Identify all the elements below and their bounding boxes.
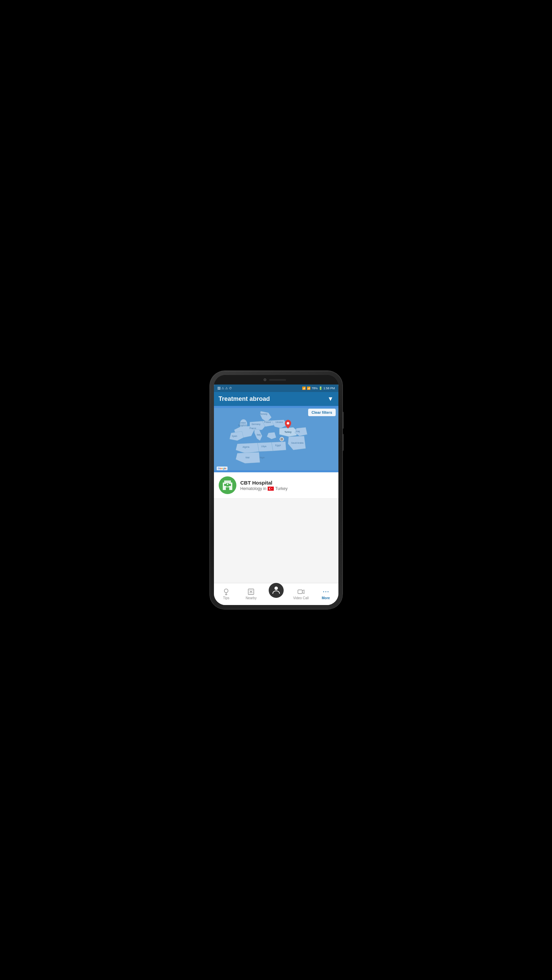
nav-item-nearby[interactable]: Nearby <box>239 588 263 600</box>
hospital-info: CBT Hospital Hematology in Turkey <box>241 480 288 491</box>
nav-item-doctor[interactable] <box>263 590 289 598</box>
bottom-nav: Tips Nearby <box>214 583 338 605</box>
warning-icon-2: ⚠ <box>225 387 228 390</box>
filter-icon[interactable]: ▼ <box>328 395 334 402</box>
nav-item-tips[interactable]: Tips <box>214 588 239 600</box>
svg-text:Germany: Germany <box>251 423 260 426</box>
svg-point-41 <box>328 591 328 592</box>
content-area <box>214 498 338 583</box>
tips-label: Tips <box>223 596 230 600</box>
time-display: 1:58 PM <box>324 387 335 390</box>
svg-point-19 <box>287 422 289 424</box>
svg-point-31 <box>270 488 271 489</box>
image-status-icon: 🖼 <box>217 387 220 390</box>
doctor-icon <box>271 585 281 595</box>
svg-text:Norway: Norway <box>260 413 267 415</box>
turkey-flag-icon <box>268 487 274 491</box>
specialty-text: Hematology in <box>241 486 266 491</box>
clear-filters-button[interactable]: Clear filters <box>308 409 336 416</box>
app-header: Treatment abroad ▼ <box>214 392 338 406</box>
signal-icon: 📶 <box>307 387 311 390</box>
video-call-icon <box>297 588 305 595</box>
svg-text:United: United <box>239 422 246 424</box>
svg-text:Mali: Mali <box>245 456 249 459</box>
clock-icon: ⏱ <box>229 387 232 390</box>
nearby-label: Nearby <box>246 596 257 600</box>
more-label: More <box>322 596 330 600</box>
tips-icon <box>222 588 230 595</box>
svg-point-40 <box>325 591 327 592</box>
svg-text:Poland: Poland <box>264 421 271 423</box>
svg-text:Algeria: Algeria <box>243 446 249 449</box>
status-bar: 🖼 ⚠ ⚠ ⏱ 📶 📶 78% 🔋 1:58 PM <box>214 385 338 392</box>
app-title: Treatment abroad <box>219 395 270 402</box>
status-right-icons: 📶 📶 78% 🔋 1:58 PM <box>302 387 335 390</box>
svg-text:Iraq: Iraq <box>296 430 300 433</box>
svg-text:Saudi Arabia: Saudi Arabia <box>291 442 304 444</box>
svg-text:France: France <box>249 427 256 430</box>
screen: 🖼 ⚠ ⚠ ⏱ 📶 📶 78% 🔋 1:58 PM Treatment abro… <box>214 385 338 605</box>
nearby-icon <box>247 588 255 595</box>
more-icon <box>322 588 330 595</box>
doctor-icon-container <box>269 583 284 598</box>
warning-icon-1: ⚠ <box>221 387 224 390</box>
hospital-specialty: Hematology in Turkey <box>241 486 288 491</box>
svg-rect-23 <box>229 484 231 486</box>
svg-text:Spain: Spain <box>232 435 237 438</box>
svg-text:Egypt: Egypt <box>275 444 281 447</box>
hospital-name: CBT Hospital <box>241 480 288 485</box>
svg-point-20 <box>279 437 283 441</box>
video-call-label: Video Call <box>293 596 308 600</box>
hospital-icon <box>221 479 234 492</box>
svg-point-37 <box>274 587 278 590</box>
wifi-icon: 📶 <box>302 387 306 390</box>
svg-rect-26 <box>227 484 228 485</box>
speaker <box>269 379 286 381</box>
svg-rect-27 <box>226 487 229 490</box>
svg-rect-38 <box>298 590 302 593</box>
phone-screen: 🖼 ⚠ ⚠ ⏱ 📶 📶 78% 🔋 1:58 PM Treatment abro… <box>214 375 338 605</box>
nav-item-video-call[interactable]: Video Call <box>289 588 313 600</box>
hospital-logo <box>219 476 236 494</box>
phone-top-hardware <box>214 375 338 385</box>
phone-device: 🖼 ⚠ ⚠ ⏱ 📶 📶 78% 🔋 1:58 PM Treatment abro… <box>210 371 343 609</box>
svg-point-36 <box>250 591 252 592</box>
google-logo: Google <box>217 466 228 470</box>
svg-point-39 <box>323 591 324 592</box>
battery-icon: 🔋 <box>319 387 322 390</box>
svg-rect-22 <box>224 484 226 486</box>
svg-text:Libya: Libya <box>261 445 266 448</box>
country-text: Turkey <box>275 486 287 491</box>
svg-point-34 <box>224 589 228 592</box>
svg-rect-28 <box>224 480 231 482</box>
svg-text:Turkey: Turkey <box>284 431 292 434</box>
svg-text:Niger: Niger <box>260 456 265 459</box>
map-area[interactable]: United Kingdom Norway France Spain Germa… <box>214 406 338 472</box>
battery-percent: 78% <box>311 387 318 390</box>
camera <box>263 379 266 381</box>
svg-text:Ukraine: Ukraine <box>276 421 283 423</box>
status-left-icons: 🖼 ⚠ ⚠ ⏱ <box>217 387 232 390</box>
hospital-card[interactable]: CBT Hospital Hematology in Turkey <box>214 472 338 498</box>
nav-item-more[interactable]: More <box>313 588 338 600</box>
svg-text:Italy: Italy <box>257 434 261 436</box>
svg-text:Kingdom: Kingdom <box>238 424 247 427</box>
